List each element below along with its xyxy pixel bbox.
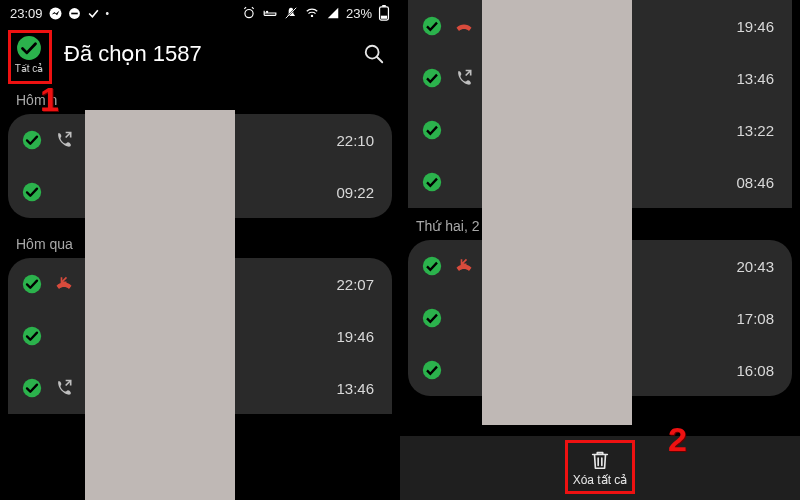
row-checkbox[interactable] — [422, 256, 442, 276]
svg-point-23 — [423, 257, 441, 275]
svg-point-24 — [423, 309, 441, 327]
signal-icon — [326, 6, 340, 20]
call-time: 17:08 — [736, 310, 774, 327]
redaction-right — [482, 0, 632, 425]
outgoing-call-icon — [54, 130, 74, 150]
call-time: 13:46 — [736, 70, 774, 87]
missed-call-icon — [454, 16, 474, 36]
delete-all-button[interactable]: Xóa tất cả — [573, 449, 628, 487]
svg-point-11 — [17, 36, 41, 60]
row-checkbox[interactable] — [422, 16, 442, 36]
svg-point-16 — [23, 275, 41, 293]
status-left: 23:09 • — [10, 6, 109, 21]
svg-line-13 — [377, 57, 383, 63]
call-icon-empty — [54, 182, 74, 202]
svg-point-14 — [23, 131, 41, 149]
status-time: 23:09 — [10, 6, 43, 21]
call-time: 22:07 — [336, 276, 374, 293]
svg-point-20 — [423, 69, 441, 87]
battery-icon — [378, 5, 390, 21]
svg-point-22 — [423, 173, 441, 191]
call-time: 13:46 — [336, 380, 374, 397]
dnd-icon — [68, 7, 81, 20]
row-checkbox[interactable] — [422, 360, 442, 380]
status-right: 23% — [242, 5, 390, 21]
call-time: 13:22 — [736, 122, 774, 139]
call-time: 16:08 — [736, 362, 774, 379]
svg-rect-10 — [381, 16, 387, 19]
row-checkbox[interactable] — [22, 182, 42, 202]
row-checkbox[interactable] — [22, 378, 42, 398]
call-time: 19:46 — [336, 328, 374, 345]
svg-rect-2 — [71, 12, 78, 14]
missed-call-icon — [454, 256, 474, 276]
svg-point-21 — [423, 121, 441, 139]
call-time: 19:46 — [736, 18, 774, 35]
row-checkbox[interactable] — [22, 274, 42, 294]
call-time: 20:43 — [736, 258, 774, 275]
outgoing-call-icon — [54, 378, 74, 398]
row-checkbox[interactable] — [422, 308, 442, 328]
outgoing-call-icon — [454, 68, 474, 88]
row-checkbox[interactable] — [422, 172, 442, 192]
check-status-icon — [87, 7, 100, 20]
mute-icon — [284, 6, 298, 20]
status-bar: 23:09 • — [0, 0, 400, 26]
svg-point-3 — [245, 10, 253, 18]
svg-point-4 — [266, 11, 268, 13]
missed-call-icon — [54, 274, 74, 294]
select-all-toggle[interactable]: Tất cả — [8, 35, 50, 74]
battery-text: 23% — [346, 6, 372, 21]
status-dot: • — [106, 8, 110, 19]
svg-point-18 — [23, 379, 41, 397]
row-checkbox[interactable] — [422, 68, 442, 88]
selection-title: Đã chọn 1587 — [64, 41, 348, 67]
bed-icon — [262, 6, 278, 20]
select-all-label: Tất cả — [15, 63, 44, 74]
search-button[interactable] — [362, 42, 386, 66]
search-icon — [363, 43, 385, 65]
svg-point-25 — [423, 361, 441, 379]
bottom-action-bar: Xóa tất cả — [400, 436, 800, 500]
redaction-left — [85, 110, 235, 500]
call-time: 22:10 — [336, 132, 374, 149]
selection-header: Tất cả Đã chọn 1587 — [0, 26, 400, 82]
trash-icon — [589, 449, 611, 471]
svg-rect-9 — [382, 5, 386, 7]
delete-all-label: Xóa tất cả — [573, 473, 628, 487]
alarm-icon — [242, 6, 256, 20]
row-checkbox[interactable] — [22, 326, 42, 346]
svg-point-17 — [23, 327, 41, 345]
svg-point-7 — [311, 15, 313, 17]
call-time: 08:46 — [736, 174, 774, 191]
row-checkbox[interactable] — [422, 120, 442, 140]
messenger-icon — [49, 7, 62, 20]
wifi-icon — [304, 6, 320, 20]
call-time: 09:22 — [336, 184, 374, 201]
svg-point-15 — [23, 183, 41, 201]
row-checkbox[interactable] — [22, 130, 42, 150]
svg-point-19 — [423, 17, 441, 35]
